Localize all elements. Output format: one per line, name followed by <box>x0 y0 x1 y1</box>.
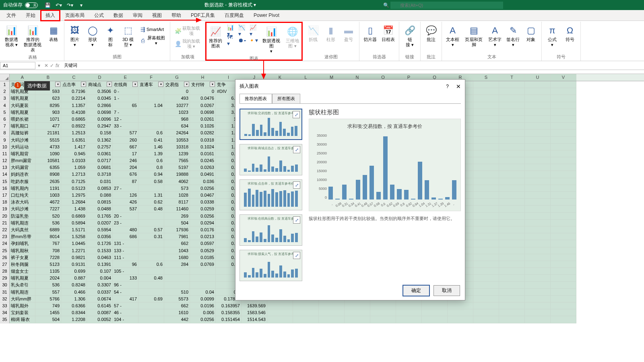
data-cell[interactable]: 0.107 <box>87 268 113 275</box>
data-cell[interactable] <box>473 302 499 309</box>
data-cell[interactable]: 1071 <box>35 116 61 123</box>
data-cell[interactable]: 0.6366 <box>61 302 87 309</box>
data-cell[interactable]: 0.163957 <box>216 302 242 309</box>
data-cell[interactable]: 7565 <box>164 157 190 164</box>
data-cell[interactable]: 480 <box>113 226 138 233</box>
ribbon-btn[interactable]: ▯切片器 <box>362 23 378 43</box>
header-cell[interactable]: 点击率▾ <box>61 81 87 88</box>
data-cell[interactable] <box>138 247 164 254</box>
data-cell[interactable]: 胖mm漏背 <box>10 157 35 164</box>
tab-Power Pivot[interactable]: Power Pivot <box>249 10 284 20</box>
data-cell[interactable] <box>551 137 576 144</box>
data-cell[interactable]: 623 <box>35 95 61 102</box>
data-cell[interactable]: 1043 <box>164 247 190 254</box>
data-cell[interactable] <box>319 309 345 316</box>
chart-thumbnail[interactable]: 求和项:在线商品数，按 直通车参⤢ <box>239 214 302 246</box>
data-cell[interactable]: 96 - <box>113 282 138 288</box>
data-cell[interactable]: 2024 <box>35 275 61 282</box>
data-cell[interactable] <box>190 282 216 288</box>
data-cell[interactable]: 0.0356 <box>87 233 113 240</box>
data-cell[interactable]: 0.0052 <box>87 316 113 323</box>
data-cell[interactable]: 1003 <box>35 192 61 199</box>
data-cell[interactable] <box>525 296 551 302</box>
data-cell[interactable] <box>396 316 422 323</box>
filter-icon[interactable]: ▾ <box>55 82 60 87</box>
row-header[interactable]: 11 <box>0 150 10 157</box>
data-cell[interactable]: 0.0815 <box>87 199 113 206</box>
data-cell[interactable]: 12 - <box>113 116 138 123</box>
row-header[interactable]: 24 <box>0 240 10 247</box>
data-cell[interactable]: 大码运动 <box>10 144 35 150</box>
data-cell[interactable] <box>473 199 499 206</box>
data-cell[interactable] <box>396 309 422 316</box>
data-cell[interactable] <box>499 206 525 212</box>
data-cell[interactable] <box>345 302 370 309</box>
data-cell[interactable]: 260 <box>113 137 138 144</box>
data-cell[interactable]: 0.1765 <box>87 213 113 220</box>
data-cell[interactable]: 676 <box>113 171 138 178</box>
data-cell[interactable]: 417 <box>113 296 138 302</box>
chart-type-btn[interactable]: ⏺▾ <box>237 36 247 45</box>
data-cell[interactable]: 胖mm吊带 <box>10 233 35 240</box>
row-header[interactable]: 15 <box>0 178 10 185</box>
data-cell[interactable] <box>551 95 576 102</box>
data-cell[interactable]: 7 - <box>113 109 138 116</box>
data-cell[interactable] <box>473 102 499 109</box>
data-cell[interactable]: 0.31 <box>138 233 164 240</box>
data-cell[interactable]: 8014 <box>35 233 61 240</box>
data-cell[interactable]: 667 <box>113 144 138 150</box>
data-cell[interactable] <box>499 213 525 220</box>
data-cell[interactable] <box>190 268 216 275</box>
data-cell[interactable] <box>499 137 525 144</box>
col-header[interactable]: G <box>164 74 190 81</box>
ribbon-btn[interactable]: 📉折线 <box>305 23 321 43</box>
data-cell[interactable] <box>525 185 551 192</box>
data-cell[interactable]: 1455 <box>35 309 61 316</box>
ribbon-btn[interactable]: ◯形状▾ <box>85 23 101 48</box>
data-cell[interactable]: 棉绸 睡衣 <box>10 316 35 323</box>
data-cell[interactable] <box>499 123 525 130</box>
data-cell[interactable]: 708 <box>35 247 61 254</box>
data-cell[interactable]: 孕妇哺乳 <box>10 240 35 247</box>
data-cell[interactable]: 27 - <box>113 185 138 192</box>
data-cell[interactable]: 24264 <box>164 130 190 136</box>
data-cell[interactable]: 1028 <box>164 192 190 199</box>
data-cell[interactable] <box>138 95 164 102</box>
data-cell[interactable]: 1.0445 <box>61 240 87 247</box>
data-cell[interactable] <box>370 302 396 309</box>
data-cell[interactable]: 0.699 <box>61 268 87 275</box>
name-box[interactable]: A1 <box>0 62 35 69</box>
data-cell[interactable] <box>370 309 396 316</box>
data-cell[interactable] <box>473 296 499 302</box>
data-cell[interactable]: 哺乳期口 <box>10 123 35 130</box>
data-cell[interactable]: 0.5954 <box>87 226 113 233</box>
chart-thumbnail[interactable]: 求和项:交易指数，按 直通车参考⤢ <box>239 109 302 140</box>
data-cell[interactable] <box>551 240 576 247</box>
data-cell[interactable] <box>473 261 499 268</box>
data-cell[interactable] <box>525 233 551 240</box>
data-cell[interactable]: 1239 <box>164 150 190 157</box>
col-header[interactable]: S <box>473 74 499 81</box>
data-cell[interactable]: 0.6 <box>138 261 164 268</box>
tab-文件[interactable]: 文件 <box>2 10 21 21</box>
confirm-formula-icon[interactable]: ✓ <box>50 63 54 68</box>
data-cell[interactable]: 0.0318 <box>190 137 216 144</box>
data-cell[interactable] <box>551 171 576 178</box>
data-cell[interactable]: 0.6 <box>138 157 164 164</box>
data-cell[interactable] <box>422 302 448 309</box>
data-cell[interactable]: 哺乳期夏 <box>10 109 35 116</box>
data-cell[interactable]: 大码沙滩 <box>10 206 35 212</box>
data-cell[interactable] <box>525 240 551 247</box>
data-cell[interactable] <box>473 240 499 247</box>
data-cell[interactable]: 0.41 <box>138 137 164 144</box>
data-cell[interactable]: 10553 <box>164 137 190 144</box>
data-cell[interactable] <box>525 199 551 206</box>
data-cell[interactable]: 0.6869 <box>61 213 87 220</box>
data-cell[interactable] <box>499 296 525 302</box>
data-cell[interactable]: 5197 <box>164 164 190 171</box>
empty-cell[interactable] <box>499 81 525 88</box>
data-cell[interactable] <box>138 185 164 192</box>
data-cell[interactable]: 0.0256 <box>190 185 216 192</box>
data-cell[interactable]: 0.0338 <box>190 199 216 206</box>
data-cell[interactable]: 0.8344 <box>61 309 87 316</box>
